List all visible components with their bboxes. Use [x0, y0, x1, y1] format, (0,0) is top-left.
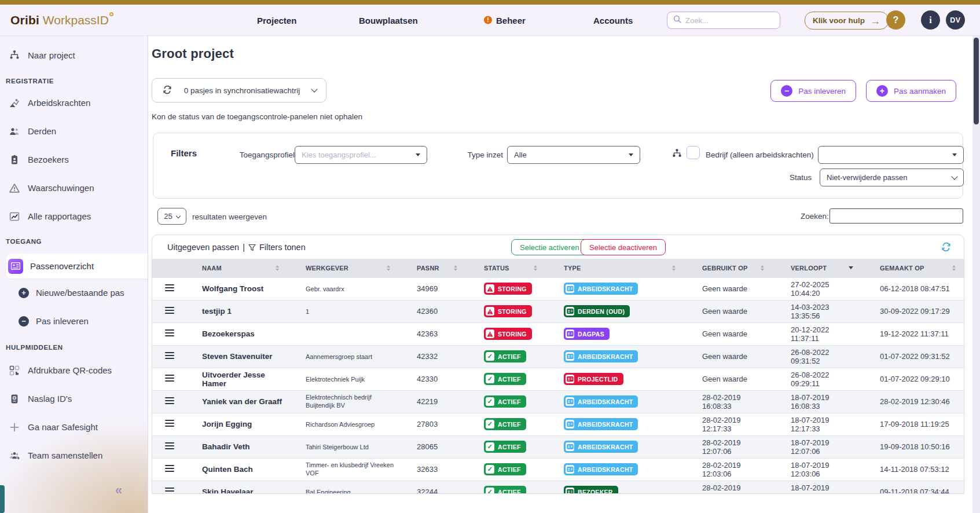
app-logo[interactable]: Oribi WorkpassID: [10, 13, 113, 27]
column-type[interactable]: TYPE: [546, 259, 685, 277]
row-menu-icon[interactable]: [165, 307, 174, 314]
row-gebruikt-op: 28-02-2019 16:08:33: [702, 393, 741, 411]
sort-icon[interactable]: [761, 265, 764, 272]
sidebar-item-passenoverzicht[interactable]: Passenoverzicht: [6, 254, 148, 279]
selectie-activeren-button[interactable]: Selectie activeren: [511, 239, 588, 255]
row-verloopt: 26-08-2022 09:31:52: [791, 348, 829, 365]
column-status[interactable]: STATUS: [467, 259, 546, 277]
table-row[interactable]: Wolfgang Troost Gebr. vaardrx 34969 STOR…: [152, 277, 964, 300]
table-row[interactable]: testjip 1 1 42360 STORING DERDEN (OUD) G…: [152, 300, 964, 323]
bedrijf-select[interactable]: [818, 146, 964, 164]
sidebar-item-pas-inleveren[interactable]: − Pas inleveren: [0, 307, 148, 335]
info-button[interactable]: i: [921, 10, 940, 30]
nav-accounts[interactable]: Accounts: [593, 15, 633, 25]
page-size-select[interactable]: 25: [157, 208, 186, 225]
table-row[interactable]: Steven Stavenuiter Aannemersgroep staart…: [152, 345, 964, 368]
filters-toggle[interactable]: Filters tonen: [259, 243, 306, 252]
column-gebruikt-op[interactable]: GEBRUIKT OP: [685, 259, 773, 277]
sidebar-item-derden[interactable]: Derden: [0, 117, 148, 145]
row-menu-icon[interactable]: [165, 397, 174, 404]
sidebar-item-waarschuwingen[interactable]: Waarschuwingen: [0, 174, 148, 202]
sort-icon[interactable]: [952, 265, 956, 272]
sidebar-item-team-samenstellen[interactable]: Team samenstellen: [0, 441, 148, 470]
row-naam[interactable]: Steven Stavenuiter: [202, 352, 273, 361]
selectie-deactiveren-button[interactable]: Selectie deactiveren: [581, 239, 666, 255]
table-header-row: NAAM WERKGEVER PASNR STATUS TYPE GEBRUIK…: [152, 259, 964, 277]
column-werkgever[interactable]: WERKGEVER: [288, 259, 399, 277]
status-select[interactable]: Niet-verwijderde passen: [820, 168, 964, 186]
row-naam[interactable]: Uitvoerder Jesse Hamer: [202, 371, 265, 388]
table-row[interactable]: Uitvoerder Jesse Hamer Elektrotechniek P…: [152, 368, 964, 390]
sidebar-collapse-button[interactable]: «: [115, 483, 122, 498]
status-badge: ✓ ACTIEF: [484, 350, 526, 362]
status-icon: ✓: [486, 442, 494, 451]
type-label: ARBEIDSKRACHT: [578, 444, 633, 450]
row-menu-icon[interactable]: [165, 329, 174, 336]
column-naam[interactable]: NAAM: [185, 259, 288, 277]
pas-inleveren-button[interactable]: − Pas inleveren: [770, 80, 856, 102]
toegangsprofiel-select[interactable]: Kies toegangsprofiel...: [295, 146, 427, 164]
status-label: ACTIEF: [498, 421, 521, 428]
row-naam[interactable]: Wolfgang Troost: [202, 284, 263, 293]
sort-icon[interactable]: [387, 265, 390, 272]
row-menu-icon[interactable]: [165, 284, 174, 291]
table-row[interactable]: Bahadir Veth Tahiri Steigerbouw Ltd 2806…: [152, 435, 964, 458]
table-search-input[interactable]: [829, 208, 963, 223]
sidebar-item-alle-rapportages[interactable]: Alle rapportages: [0, 202, 148, 230]
avatar[interactable]: DV: [946, 10, 965, 30]
table-row[interactable]: Jorijn Egging Richardson Adviesgroep 278…: [152, 413, 964, 435]
table-row[interactable]: Skip Havelaar Bal Engineering 32244 ✓ AC…: [152, 481, 964, 494]
nav-projecten[interactable]: Projecten: [257, 15, 296, 25]
sort-icon[interactable]: [672, 265, 676, 272]
row-naam[interactable]: testjip 1: [202, 307, 232, 316]
sort-icon[interactable]: [454, 265, 457, 272]
row-menu-icon[interactable]: [165, 442, 174, 449]
row-naam[interactable]: Bahadir Veth: [202, 442, 250, 451]
row-pasnr: 27803: [417, 420, 438, 428]
type-inzet-select[interactable]: Alle: [507, 146, 640, 164]
global-search[interactable]: [667, 12, 780, 29]
row-menu-icon[interactable]: [165, 352, 174, 359]
pas-aanmaken-button[interactable]: + Pas aanmaken: [866, 80, 956, 102]
row-naam[interactable]: Quinten Bach: [202, 465, 253, 474]
row-naam[interactable]: Yaniek van der Graaff: [202, 397, 282, 406]
row-menu-icon[interactable]: [165, 375, 174, 382]
section-hulpmiddelen: HULPMIDDELEN: [0, 343, 148, 351]
column-pasnr[interactable]: PASNR: [399, 259, 467, 277]
table-row[interactable]: Quinten Bach Timmer- en klusbedrijf Vree…: [152, 458, 964, 481]
sidebar-item-nieuwe-bestaande-pas[interactable]: + Nieuwe/bestaande pas: [0, 279, 148, 307]
row-naam[interactable]: Bezoekerspas: [202, 329, 255, 338]
row-menu-icon[interactable]: [165, 420, 174, 427]
help-button[interactable]: Klik voor hulp→: [805, 12, 889, 30]
row-naam[interactable]: Skip Havelaar: [202, 488, 254, 494]
sidebar-item-naar-project[interactable]: Naar project: [0, 42, 148, 68]
sort-icon[interactable]: [276, 265, 279, 272]
refresh-table-icon[interactable]: [941, 242, 951, 254]
sidebar-item-afdrukbare-qr-codes[interactable]: Afdrukbare QR-codes: [0, 356, 148, 384]
page-scrollbar[interactable]: [972, 36, 980, 513]
nav-beheer[interactable]: !Beheer: [484, 15, 526, 25]
table-row[interactable]: Bezoekerspas 42363 STORING DAGPAS Geen w…: [152, 323, 964, 345]
column-gemaakt-op[interactable]: GEMAAKT OP: [862, 259, 964, 277]
question-button[interactable]: ?: [886, 10, 905, 30]
row-naam[interactable]: Jorijn Egging: [202, 420, 252, 428]
sort-desc-icon[interactable]: [849, 266, 853, 269]
table-row[interactable]: Yaniek van der Graaff Elektrotechnisch b…: [152, 390, 964, 413]
nav-bouwplaatsen[interactable]: Bouwplaatsen: [359, 15, 418, 25]
row-menu-icon[interactable]: [165, 465, 174, 472]
sort-icon[interactable]: [534, 265, 537, 272]
row-gebruikt-op: Geen waarde: [702, 329, 747, 338]
row-verloopt: 20-12-2022 11:37:11: [791, 325, 829, 343]
warning-triangle-icon: [8, 182, 21, 195]
sidebar-item-ga-naar-safesight[interactable]: Ga naar Safesight: [0, 413, 148, 441]
bedrijf-checkbox[interactable]: [687, 146, 700, 159]
row-menu-icon[interactable]: [165, 488, 174, 494]
top-navbar: Oribi WorkpassID Projecten Bouwplaatsen …: [0, 5, 980, 36]
sidebar-item-bezoekers[interactable]: Bezoekers: [0, 145, 148, 174]
sidebar-item-arbeidskrachten[interactable]: Arbeidskrachten: [0, 89, 148, 117]
sidebar-item-naslag-ids[interactable]: Naslag ID's: [0, 384, 148, 413]
column-verloopt[interactable]: VERLOOPT: [773, 259, 862, 277]
sync-queue-dropdown[interactable]: 0 pasjes in synchronisatiewachtrij: [152, 78, 326, 102]
search-input[interactable]: [685, 16, 774, 25]
scrollbar-thumb[interactable]: [974, 38, 979, 124]
